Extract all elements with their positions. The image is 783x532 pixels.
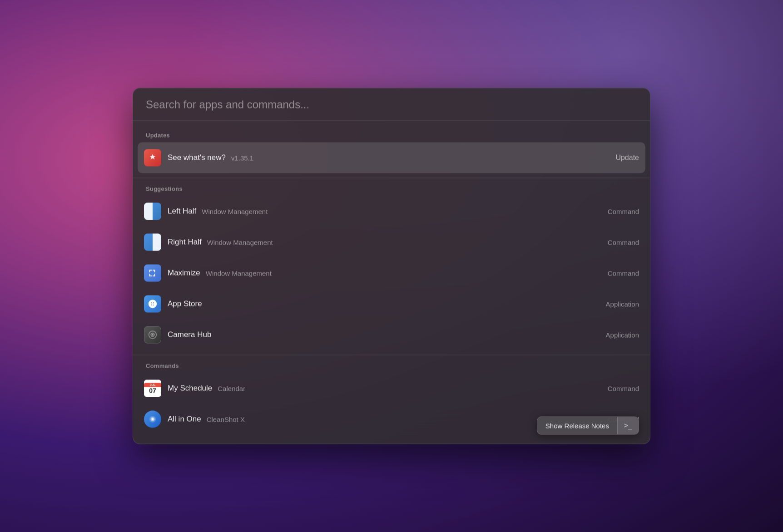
camera-hub-type: Application <box>606 331 639 339</box>
search-input[interactable] <box>146 98 637 111</box>
window-left-icon <box>144 203 161 220</box>
calendar-icon: JUL 07 <box>144 380 161 397</box>
camera-hub-main: Camera Hub <box>168 330 606 340</box>
window-right-icon <box>144 234 161 251</box>
appstore-icon <box>144 296 161 313</box>
list-item[interactable]: Camera Hub Application <box>133 320 650 350</box>
appstore-type: Application <box>606 300 639 308</box>
list-item[interactable]: Maximize Window Management Command <box>133 258 650 289</box>
bottom-bar: Show Release Notes >_ <box>537 417 639 435</box>
maximize-icon <box>144 265 161 282</box>
list-item[interactable]: Right Half Window Management Command <box>133 227 650 258</box>
maximize-main: Maximize Window Management <box>168 269 608 278</box>
update-row[interactable]: See what's new? v1.35.1 Update <box>138 143 645 173</box>
my-schedule-type: Command <box>608 384 639 392</box>
update-action[interactable]: Update <box>615 154 639 162</box>
spotlight-window: Updates See what's new? v1.35.1 Update S… <box>133 88 650 444</box>
results-area: Updates See what's new? v1.35.1 Update S… <box>133 121 650 444</box>
update-row-main: See what's new? v1.35.1 <box>168 153 615 163</box>
my-schedule-subtitle: Calendar <box>218 384 245 392</box>
list-item[interactable]: JUL 07 My Schedule Calendar Command <box>133 373 650 404</box>
right-half-title: Right Half <box>168 238 202 247</box>
left-half-main: Left Half Window Management <box>168 207 608 216</box>
terminal-icon-button[interactable]: >_ <box>617 417 639 434</box>
camera-hub-icon <box>144 326 161 344</box>
commands-section-header: Commands <box>133 360 650 373</box>
all-in-one-title: All in One <box>168 415 201 424</box>
my-schedule-title: My Schedule <box>168 384 212 393</box>
list-item[interactable]: Left Half Window Management Command <box>133 196 650 227</box>
maximize-type: Command <box>608 269 639 277</box>
left-half-title: Left Half <box>168 207 196 216</box>
suggestions-section-header: Suggestions <box>133 183 650 196</box>
left-half-subtitle: Window Management <box>202 207 268 215</box>
update-title: See what's new? <box>168 153 226 163</box>
right-half-subtitle: Window Management <box>207 238 273 246</box>
list-item[interactable]: App Store Application <box>133 289 650 320</box>
left-half-type: Command <box>608 207 639 215</box>
svg-point-4 <box>152 418 154 420</box>
show-release-notes-button[interactable]: Show Release Notes <box>537 417 617 434</box>
update-version: v1.35.1 <box>231 154 253 162</box>
right-half-type: Command <box>608 238 639 246</box>
appstore-title: App Store <box>168 300 202 309</box>
right-half-main: Right Half Window Management <box>168 238 608 247</box>
all-in-one-subtitle: CleanShot X <box>207 415 245 423</box>
camera-hub-title: Camera Hub <box>168 330 211 340</box>
search-bar <box>133 89 650 121</box>
maximize-title: Maximize <box>168 269 200 278</box>
cleanshot-icon <box>144 411 161 428</box>
svg-point-1 <box>152 334 154 336</box>
divider-2 <box>133 355 650 355</box>
divider-1 <box>133 178 650 178</box>
maximize-subtitle: Window Management <box>206 269 272 277</box>
my-schedule-main: My Schedule Calendar <box>168 384 608 393</box>
appstore-main: App Store <box>168 300 606 309</box>
updates-icon <box>144 149 161 167</box>
updates-section-header: Updates <box>133 129 650 143</box>
